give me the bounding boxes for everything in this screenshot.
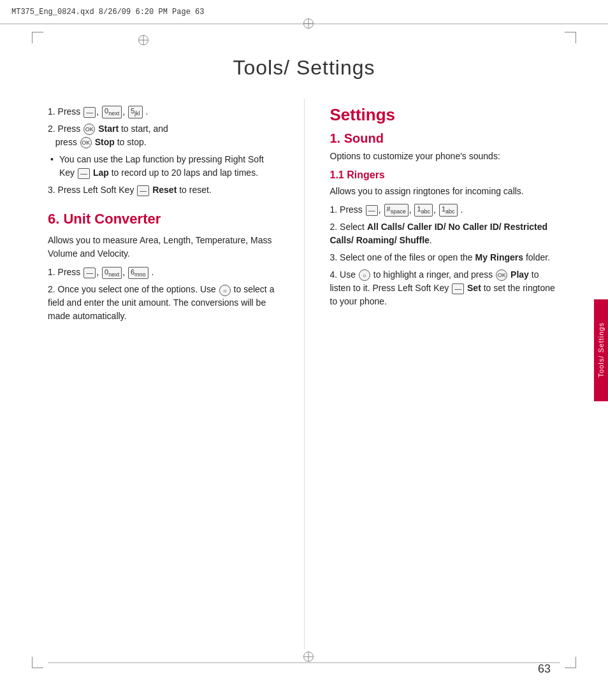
play-label: Play — [510, 269, 529, 280]
key-5jkl: 5jkl — [128, 106, 143, 118]
sidebar-tab-label: Tools/ Settings — [597, 322, 605, 378]
key-hash: #space — [384, 204, 409, 217]
crosshair-bl — [303, 652, 314, 662]
my-ringers-label: My Ringers — [475, 252, 523, 262]
corner-mark-tr — [565, 32, 576, 43]
ringers-step4: 4. Use ○ to highlight a ringer, and pres… — [330, 268, 561, 308]
key-nav-circle2: ○ — [359, 269, 370, 281]
section6-step2: 2. Once you select one of the options. U… — [48, 283, 279, 323]
page-number: 63 — [538, 662, 551, 676]
key-menu: — — [83, 107, 96, 118]
section6-heading: 6. Unit Converter — [48, 211, 279, 227]
reset-label: Reset — [152, 185, 177, 195]
step-1: 1. Press —, 0next, 5jkl . — [48, 105, 279, 118]
sound-heading: 1. Sound — [330, 131, 561, 146]
crosshair-tr — [303, 18, 314, 29]
column-divider — [304, 99, 305, 649]
page-title: Tools/ Settings — [0, 56, 608, 80]
left-column: 1. Press —, 0next, 5jkl . 2. Press OK St… — [48, 99, 279, 649]
key-nav-circle: ○ — [219, 285, 231, 296]
sound-body: Options to customize your phone's sounds… — [330, 150, 561, 163]
step2-start-label: Start — [98, 124, 119, 134]
ringers-step1: 1. Press —, #space, 1abc, 1abc . — [330, 203, 561, 217]
key-left-soft-reset: — — [137, 185, 149, 196]
key-0next2: 0next — [102, 267, 122, 280]
settings-heading: Settings — [330, 105, 561, 125]
ringers-body: Allows you to assign ringtones for incom… — [330, 185, 561, 198]
header-text: MT375_Eng_0824.qxd 8/26/09 6:20 PM Page … — [11, 8, 204, 17]
key-0next: 0next — [102, 106, 122, 118]
sidebar-tab: Tools/ Settings — [594, 299, 608, 401]
step-2: 2. Press OK Start to start, and press OK… — [48, 122, 279, 149]
ringers-step2: 2. Select All Calls/ Caller ID/ No Calle… — [330, 220, 561, 247]
right-column: Settings 1. Sound Options to customize y… — [330, 99, 561, 649]
step-3: 3. Press Left Soft Key — Reset to reset. — [48, 183, 279, 197]
key-left-soft-set: — — [452, 283, 464, 294]
main-columns: 1. Press —, 0next, 5jkl . 2. Press OK St… — [48, 99, 560, 649]
section6-step1: 1. Press —, 0next, 6mno . — [48, 266, 279, 279]
ringers-step3: 3. Select one of the files or open the M… — [330, 251, 561, 264]
lap-label: Lap — [93, 168, 109, 178]
corner-mark-tl — [32, 32, 43, 43]
crosshair-tl — [138, 35, 148, 45]
set-label: Set — [467, 283, 481, 293]
key-ok-circle: OK — [83, 124, 95, 135]
key-1abc2: 1abc — [439, 204, 458, 217]
step2-stop-label: Stop — [95, 137, 115, 147]
key-menu2: — — [83, 268, 96, 278]
key-ok-circle3: OK — [496, 269, 507, 281]
key-menu-r: — — [366, 205, 378, 216]
ringers-heading: 1.1 Ringers — [330, 169, 561, 181]
key-right-soft: — — [78, 168, 90, 179]
corner-mark-bl — [32, 657, 43, 668]
section6-body: Allows you to measure Area, Length, Temp… — [48, 234, 279, 261]
ringers-step2-options: All Calls/ Caller ID/ No Caller ID/ Rest… — [330, 222, 548, 245]
corner-mark-br — [565, 657, 576, 668]
bullet-lap: You can use the Lap function by pressing… — [59, 153, 279, 180]
bottom-border — [48, 662, 560, 663]
key-ok-circle2: OK — [80, 137, 92, 148]
key-6mno: 6mno — [128, 267, 148, 280]
key-1abc1: 1abc — [414, 204, 433, 217]
